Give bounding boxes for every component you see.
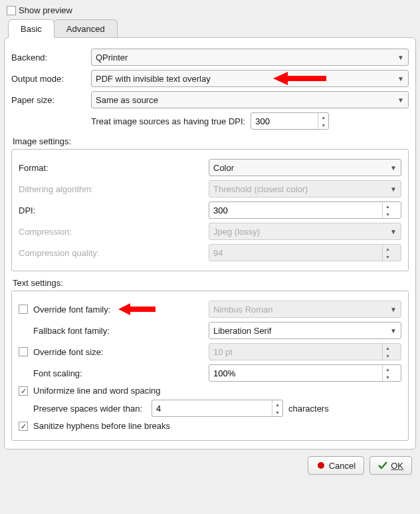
preserve-spaces-suffix: characters [288, 404, 401, 414]
chevron-down-icon: ▼ [390, 164, 397, 172]
show-preview-label[interactable]: Show preview [19, 5, 72, 15]
backend-label: Backend: [11, 53, 86, 63]
output-mode-label: Output mode: [11, 74, 86, 84]
compression-label: Compression: [19, 227, 138, 237]
compression-quality-label: Compression quality: [19, 248, 138, 258]
chevron-down-icon: ▼ [397, 54, 404, 61]
tab-bar: Basic Advanced [8, 19, 416, 38]
compression-combo: Jpeg (lossy) ▼ [209, 223, 401, 240]
tab-basic-label: Basic [21, 24, 42, 34]
image-settings-title: Image settings: [13, 136, 409, 146]
ok-button[interactable]: OK [369, 456, 412, 475]
svg-point-2 [318, 462, 324, 469]
tab-basic[interactable]: Basic [8, 19, 54, 38]
chevron-down-icon: ▼ [390, 228, 397, 235]
fallback-font-family-combo[interactable]: Liberation Serif ▼ [209, 322, 401, 339]
paper-size-combo[interactable]: Same as source ▼ [91, 91, 409, 108]
spin-down-icon[interactable]: ▼ [383, 373, 393, 381]
cancel-button[interactable]: Cancel [308, 456, 364, 475]
uniformize-spacing-checkbox[interactable] [19, 386, 28, 396]
chevron-down-icon: ▼ [397, 75, 404, 82]
ok-icon [378, 461, 387, 470]
annotation-arrow-override-font [118, 302, 156, 317]
sanitize-hyphens-checkbox[interactable] [19, 422, 28, 431]
uniformize-spacing-label[interactable]: Uniformize line and word spacing [33, 386, 153, 396]
dither-label: Dithering algorithm: [19, 184, 138, 194]
image-dpi-label: DPI: [19, 205, 138, 215]
compression-quality-input [209, 245, 382, 261]
show-preview-checkbox[interactable] [7, 6, 16, 15]
compression-quality-spin: ▲▼ [209, 244, 401, 261]
spin-up-icon[interactable]: ▲ [383, 365, 393, 373]
paper-size-value: Same as source [96, 95, 158, 105]
compression-value: Jpeg (lossy) [213, 227, 260, 237]
image-format-value: Color [213, 163, 234, 173]
fallback-font-family-label: Fallback font family: [33, 326, 140, 336]
basic-tab-panel: Backend: QPrinter ▼ Output mode: PDF wit… [4, 37, 416, 450]
spin-down-icon[interactable]: ▼ [318, 121, 328, 129]
preserve-spaces-label: Preserve spaces wider than: [33, 404, 146, 414]
chevron-down-icon: ▼ [397, 96, 404, 104]
chevron-down-icon: ▼ [390, 306, 397, 313]
sanitize-hyphens-label[interactable]: Sanitize hyphens before line breaks [33, 421, 153, 431]
cancel-button-label: Cancel [329, 461, 356, 471]
output-mode-value: PDF with invisible text overlay [96, 74, 211, 84]
override-font-size-spin: ▲▼ [209, 343, 401, 360]
font-scaling-label: Font scaling: [33, 368, 140, 378]
spin-up-icon: ▲ [383, 344, 393, 352]
spin-up-icon[interactable]: ▲ [318, 113, 328, 121]
backend-value: QPrinter [96, 53, 128, 63]
spin-up-icon[interactable]: ▲ [383, 202, 393, 210]
backend-combo[interactable]: QPrinter ▼ [91, 49, 409, 66]
image-format-combo[interactable]: Color ▼ [209, 159, 401, 176]
paper-size-label: Paper size: [11, 95, 86, 105]
ok-button-label: OK [391, 461, 403, 471]
chevron-down-icon: ▼ [390, 186, 397, 193]
dither-value: Threshold (closest color) [213, 184, 308, 194]
spin-down-icon: ▼ [383, 352, 393, 360]
tab-advanced-label: Advanced [66, 24, 105, 34]
preserve-spaces-input[interactable] [152, 400, 272, 416]
preserve-spaces-spin[interactable]: ▲▼ [152, 400, 283, 417]
true-dpi-spin[interactable]: ▲▼ [251, 112, 329, 130]
cancel-icon [316, 461, 326, 470]
override-font-family-label[interactable]: Override font family: [33, 305, 110, 315]
override-font-size-label[interactable]: Override font size: [33, 347, 104, 357]
spin-up-icon: ▲ [383, 245, 393, 253]
spin-down-icon: ▼ [383, 253, 393, 261]
fallback-font-family-value: Liberation Serif [213, 326, 271, 336]
output-mode-combo[interactable]: PDF with invisible text overlay ▼ [91, 70, 409, 87]
override-font-family-value: Nimbus Roman [213, 305, 273, 315]
format-label: Format: [19, 163, 138, 173]
dither-combo: Threshold (closest color) ▼ [209, 180, 401, 197]
spin-up-icon[interactable]: ▲ [272, 400, 282, 408]
true-dpi-input[interactable] [251, 113, 318, 129]
override-font-size-checkbox[interactable] [19, 347, 28, 356]
tab-advanced[interactable]: Advanced [54, 19, 118, 38]
image-dpi-spin[interactable]: ▲▼ [209, 201, 401, 219]
text-settings-title: Text settings: [13, 278, 409, 288]
image-settings-group: Format: Color ▼ Dithering algorithm: Thr… [11, 149, 409, 271]
font-scaling-spin[interactable]: ▲▼ [209, 364, 401, 382]
spin-down-icon[interactable]: ▼ [383, 210, 393, 218]
dialog-buttons: Cancel OK [4, 450, 416, 475]
spin-down-icon[interactable]: ▼ [272, 408, 282, 416]
override-font-family-checkbox[interactable] [19, 305, 28, 314]
text-settings-group: Override font family: Nimbus Roman ▼ Fal… [11, 291, 409, 441]
svg-marker-1 [118, 303, 156, 315]
true-dpi-label: Treat image sources as having true DPI: [91, 116, 245, 126]
override-font-size-input [209, 344, 382, 360]
chevron-down-icon: ▼ [390, 327, 397, 334]
image-dpi-input[interactable] [209, 202, 382, 218]
font-scaling-input[interactable] [209, 365, 382, 381]
override-font-family-combo: Nimbus Roman ▼ [209, 301, 401, 318]
